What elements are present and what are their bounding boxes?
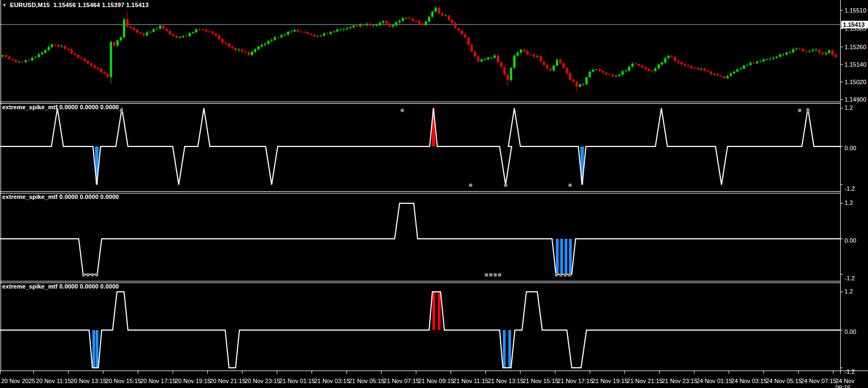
time-label: 21 Nov 15:15 (523, 378, 558, 384)
time-label: 24 Nov 01:15 (696, 378, 732, 384)
indicator-label-1: extreme_spike_mtf 0.0000 0.0000 0.0000 (2, 104, 119, 110)
time-label: 20 Nov 19:15 (175, 378, 210, 384)
time-label: 21 Nov 23:15 (661, 378, 697, 384)
time-label: 21 Nov 05:15 (349, 378, 384, 384)
indicator-label-2: extreme_spike_mtf 0.0000 0.0000 0.0000 (2, 193, 119, 200)
chart-window: ▼EURUSD,M15 1.15456 1.15464 1.15397 1.15… (0, 0, 868, 388)
price-label: 1.15260 (844, 44, 866, 50)
time-label: 21 Nov 09:15 (418, 378, 454, 384)
time-label: 21 Nov 17:15 (558, 378, 593, 384)
time-label: 21 Nov 11:15 (453, 378, 489, 384)
price-label: 1.15020 (844, 79, 866, 85)
time-label: 20 Nov 2025 (1, 378, 35, 384)
time-label: 20 Nov 11:15 (36, 378, 72, 384)
time-label: 24 Nov 03:15 (731, 378, 767, 384)
indicator-scale-label: 1.2 (844, 288, 853, 295)
time-label: 24 Nov 05:15 (766, 378, 801, 384)
price-label: 1.14900 (844, 96, 866, 103)
indicator-scale-label: 0.00 (844, 145, 856, 151)
indicator-scale-label: 0.00 (844, 237, 856, 244)
time-label: 21 Nov 07:15 (384, 378, 419, 384)
time-label: 21 Nov 01:15 (279, 378, 315, 384)
price-label: 1.15140 (844, 61, 866, 68)
indicator-scale-label: -1.2 (844, 275, 855, 281)
time-label: 24 Nov 09:15 (835, 378, 868, 388)
time-label: 21 Nov 19:15 (592, 378, 627, 384)
time-label: 20 Nov 21:15 (210, 378, 245, 384)
indicator-scale-label: 0.00 (844, 328, 856, 335)
chart-title-text: EURUSD,M15 1.15456 1.15464 1.15397 1.154… (10, 2, 149, 8)
time-label: 20 Nov 13:15 (71, 378, 106, 384)
price-label: 1.15510 (844, 7, 866, 14)
indicator-scale-label: -1.2 (844, 368, 855, 375)
indicator-label-3: extreme_spike_mtf 0.0000 0.0000 0.0000 (2, 283, 119, 290)
current-price-badge: 1.15413 (841, 21, 868, 28)
time-label: 20 Nov 23:15 (244, 378, 280, 384)
dropdown-triangle-icon[interactable]: ▼ (2, 3, 7, 8)
indicator-scale-label: 1.2 (844, 199, 853, 206)
time-label: 20 Nov 15:15 (105, 378, 141, 384)
time-label: 21 Nov 21:15 (627, 378, 662, 384)
indicator-scale-label: -1.2 (844, 185, 855, 192)
time-label: 20 Nov 17:15 (140, 378, 175, 384)
time-label: 24 Nov 07:15 (801, 378, 836, 384)
time-label: 21 Nov 13:15 (488, 378, 523, 384)
chart-title: ▼EURUSD,M15 1.15456 1.15464 1.15397 1.15… (2, 2, 149, 8)
chart-canvas[interactable] (0, 0, 868, 388)
indicator-scale-label: 1.2 (844, 104, 853, 111)
time-label: 21 Nov 03:15 (314, 378, 349, 384)
